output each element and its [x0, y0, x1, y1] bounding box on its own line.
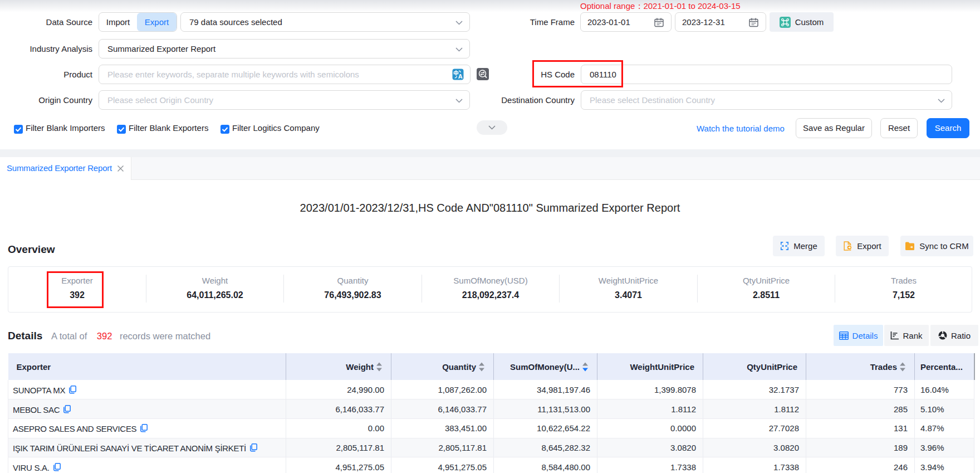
svg-text:A: A	[458, 73, 463, 80]
